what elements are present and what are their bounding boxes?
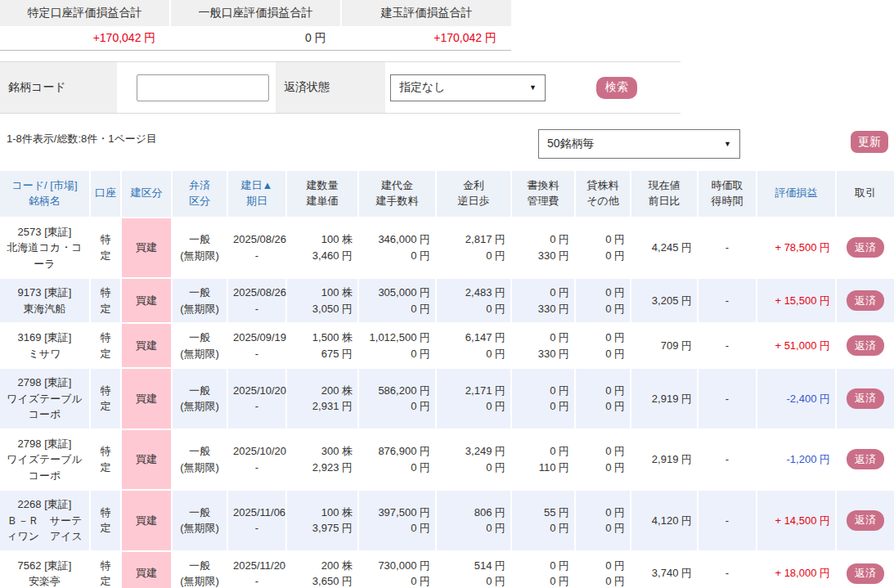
rewrite-fee-cell: 0 円330 円 [511,278,575,323]
repayment-type-cell: 一般(無期限) [172,368,227,429]
repayment-type-cell: 一般(無期限) [172,490,227,551]
pl-cell: -2,400 円 [757,368,836,429]
lending-fee-cell: 0 円0 円 [575,429,631,491]
stock-code: 7562 [東証] [5,558,84,574]
pl-summary-labels: 特定口座評価損益合計一般口座評価損益合計建玉評価損益合計 [0,0,511,26]
table-row: 2268 [東証]Ｂ－Ｒ サーティワン アイス特定買建一般(無期限)2025/1… [0,490,894,551]
position-type-cell: 買建 [121,490,172,551]
rewrite-fee-cell: 0 円0 円 [511,551,575,588]
col-header-action: 取引 [836,171,894,218]
quote-time-cell: - [698,218,757,279]
account-cell: 特定 [90,368,121,429]
interest-cell: 2,817 円0 円 [436,218,511,279]
col-header-account[interactable]: 口座 [90,171,121,218]
amount-cell: 305,000 円0 円 [358,278,436,323]
pl-cell: + 78,500 円 [757,218,836,279]
col-header-stock[interactable]: コード/ [市場]銘柄名 [0,171,90,218]
table-row: 2798 [東証]ワイズテーブルコーポ特定買建一般(無期限)2025/10/20… [0,429,894,491]
dates-cell: 2025/11/06- [227,490,286,551]
stock-code: 2798 [東証] [5,436,84,452]
table-row: 7562 [東証]安楽亭特定買建一般(無期限)2025/11/20-200 株3… [0,551,894,588]
quantity-cell: 300 株2,923 円 [286,429,358,491]
stock-name: ワイズテーブルコーポ [5,451,84,483]
current-price-cell: 2,919 円 [631,429,698,491]
quantity-cell: 100 株3,975 円 [286,490,358,551]
account-cell: 特定 [90,323,121,368]
repayment-type-cell: 一般(無期限) [172,551,227,588]
stock-name: ミサワ [5,346,84,362]
col-header-quantity: 建数量建単価 [286,171,358,218]
position-type-cell: 買建 [121,278,172,323]
pl-summary-column-label: 建玉評価損益合計 [342,0,511,26]
repay-button[interactable]: 返済 [847,563,884,584]
position-type-cell: 買建 [121,429,172,491]
account-cell: 特定 [90,429,121,491]
per-page-selected: 50銘柄毎 [547,137,595,151]
pl-cell: + 51,000 円 [757,323,836,368]
col-header-position-type[interactable]: 建区分 [121,171,172,218]
action-cell: 返済 [836,278,894,323]
quantity-cell: 200 株2,931 円 [286,368,358,429]
action-cell: 返済 [836,490,894,551]
rewrite-fee-cell: 0 円330 円 [511,323,575,368]
repay-button[interactable]: 返済 [847,237,884,258]
dates-cell: 2025/10/20- [227,368,286,429]
repay-button[interactable]: 返済 [847,335,884,356]
pl-cell: + 14,500 円 [757,490,836,551]
lending-fee-cell: 0 円0 円 [575,368,631,429]
repay-button[interactable]: 返済 [847,449,884,469]
repay-button[interactable]: 返済 [847,388,884,409]
action-cell: 返済 [836,218,894,279]
col-header-current-price: 現在値前日比 [631,171,698,218]
interest-cell: 3,249 円0 円 [436,429,511,491]
stock-code: 2268 [東証] [5,496,84,513]
col-header-pl[interactable]: 評価損益 [757,171,836,218]
dates-cell: 2025/09/19- [227,323,286,368]
table-row: 9173 [東証]東海汽船特定買建一般(無期限)2025/08/26-100 株… [0,278,894,323]
current-price-cell: 4,120 円 [631,490,698,551]
stock-code: 2573 [東証] [5,224,84,240]
repayment-status-select[interactable]: 指定なし ▼ [390,74,546,101]
rewrite-fee-cell: 0 円0 円 [511,368,575,429]
account-cell: 特定 [90,218,121,279]
dates-cell: 2025/08/26- [227,278,286,323]
interest-cell: 2,483 円0 円 [436,278,511,323]
stock-code-input[interactable] [137,74,269,101]
col-header-repayment-type[interactable]: 弁済区分 [172,171,227,218]
pl-cell: -1,200 円 [757,429,836,491]
interest-cell: 2,171 円0 円 [436,368,511,429]
table-row: 2798 [東証]ワイズテーブルコーポ特定買建一般(無期限)2025/10/20… [0,368,894,429]
refresh-button[interactable]: 更新 [851,131,888,153]
stock-code-label: 銘柄コード [0,62,119,113]
stock-cell: 2798 [東証]ワイズテーブルコーポ [0,368,90,429]
account-cell: 特定 [90,278,121,323]
account-cell: 特定 [90,551,121,588]
repayment-type-cell: 一般(無期限) [172,429,227,491]
amount-cell: 586,200 円0 円 [358,368,436,429]
col-header-quote-time: 時価取得時間 [698,171,757,218]
pl-summary-values: +170,042 円0 円+170,042 円 [0,26,511,51]
stock-name: ワイズテーブルコーポ [5,391,84,423]
search-button[interactable]: 検索 [596,77,637,99]
amount-cell: 1,012,500 円0 円 [358,323,436,368]
action-cell: 返済 [836,323,894,368]
col-header-rewrite-fee: 書換料管理費 [511,171,575,218]
per-page-select[interactable]: 50銘柄毎 ▼ [538,129,740,159]
rewrite-fee-cell: 0 円330 円 [511,218,575,279]
interest-cell: 806 円0 円 [436,490,511,551]
stock-code: 9173 [東証] [5,285,84,301]
quote-time-cell: - [698,278,757,323]
repayment-type-cell: 一般(無期限) [172,323,227,368]
lending-fee-cell: 0 円0 円 [575,218,631,279]
current-price-cell: 3,205 円 [631,278,698,323]
positions-table: コード/ [市場]銘柄名口座建区分弁済区分建日▲期日建数量建単価建代金建手数料金… [0,171,894,588]
quote-time-cell: - [698,368,757,429]
repayment-status-field: 指定なし ▼ 検索 [387,62,679,113]
position-type-cell: 買建 [121,218,172,279]
col-header-open-date[interactable]: 建日▲期日 [227,171,286,218]
pagination-info: 1-8件表示/総数:8件・1ページ目 [7,132,157,146]
repay-button[interactable]: 返済 [847,290,884,311]
repay-button[interactable]: 返済 [847,510,884,531]
position-type-cell: 買建 [121,323,172,368]
rewrite-fee-cell: 0 円110 円 [511,429,575,491]
